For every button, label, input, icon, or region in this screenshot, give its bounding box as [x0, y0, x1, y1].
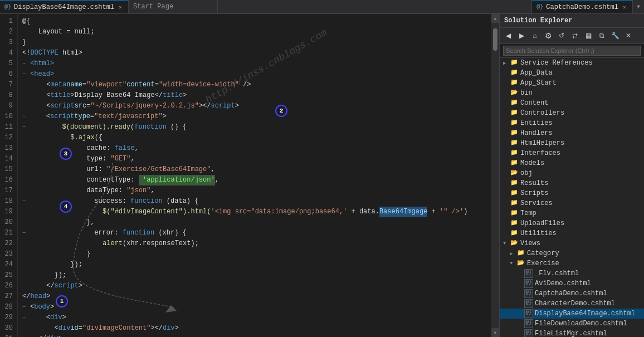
se-item-filelistmgr[interactable]: @} FileListMgr.cshtml: [500, 329, 644, 337]
folder-icon: 📁: [510, 129, 519, 138]
code-line-23: },: [22, 217, 487, 228]
tab-start[interactable]: Start Page: [129, 0, 218, 13]
code-editor: 12345 678910 1112131415 1617181920 21222…: [0, 14, 499, 337]
se-item-displaybase64[interactable]: @} DisplayBase64Image.cshtml: [500, 309, 644, 319]
scroll-up-btn[interactable]: ▲: [491, 14, 499, 23]
se-copy-btn[interactable]: ⧉: [596, 30, 608, 42]
tab-captcha[interactable]: @} CaptchaDemo.cshtml ✕: [531, 0, 633, 13]
se-label: bin: [520, 89, 533, 97]
se-search-input[interactable]: [503, 46, 641, 56]
code-line-10: <title>Display Base64 Image</title>: [22, 90, 487, 101]
se-label: FileDownloadDemo.cshtml: [535, 320, 627, 328]
se-refresh-btn[interactable]: ↺: [555, 30, 568, 42]
tab-close-display[interactable]: ✕: [117, 3, 124, 11]
se-item-filedownload[interactable]: @} FileDownloadDemo.cshtml: [500, 319, 644, 329]
code-line-3: }: [22, 37, 487, 48]
folder-icon: 📂: [510, 89, 519, 97]
folder-icon: 📁: [510, 229, 519, 238]
line-numbers: 12345 678910 1112131415 1617181920 21222…: [0, 14, 18, 337]
se-sync-btn[interactable]: ⇄: [569, 30, 581, 42]
tab-start-label: Start Page: [133, 3, 173, 11]
se-item-htmlhelpers[interactable]: 📁 HtmlHelpers: [500, 138, 644, 148]
se-item-utilities[interactable]: 📁 Utilities: [500, 228, 644, 238]
folder-icon: 📁: [510, 209, 519, 218]
se-label: App_Data: [520, 69, 553, 77]
se-back-btn[interactable]: ◀: [502, 30, 514, 42]
se-item-interfaces[interactable]: 📁 Interfaces: [500, 148, 644, 158]
cshtml-icon: @}: [524, 269, 533, 278]
se-item-characterdemo[interactable]: @} CharacterDemo.cshtml: [500, 299, 644, 309]
tab-display[interactable]: @} DisplayBase64Image.cshtml ✕: [0, 0, 129, 13]
se-item-results[interactable]: 📁 Results: [500, 178, 644, 188]
main-area: 12345 678910 1112131415 1617181920 21222…: [0, 14, 644, 337]
se-item-appdata[interactable]: 📁 App_Data: [500, 68, 644, 78]
tab-label: DisplayBase64Image.cshtml: [14, 3, 114, 11]
se-home-btn[interactable]: ⌂: [529, 30, 541, 42]
se-close-btn[interactable]: ✕: [622, 30, 635, 42]
code-line-16: cache: false,: [22, 143, 487, 154]
tab-bar: @} DisplayBase64Image.cshtml ✕ Start Pag…: [0, 0, 644, 14]
se-item-bin[interactable]: 📂 bin: [500, 88, 644, 98]
se-label: HtmlHelpers: [520, 139, 564, 147]
code-line-26: }: [22, 249, 487, 260]
se-forward-btn[interactable]: ▶: [515, 30, 528, 42]
code-line-27: });: [22, 260, 487, 270]
tab-close-captcha[interactable]: ✕: [621, 3, 628, 11]
se-item-service-refs[interactable]: ▶ 📁 Service References: [500, 58, 644, 68]
se-item-captchademo[interactable]: @} CaptchaDemo.cshtml: [500, 289, 644, 299]
se-item-appstart[interactable]: 📁 App_Start: [500, 78, 644, 88]
se-item-models[interactable]: 📁 Models: [500, 158, 644, 168]
se-label: Controllers: [520, 109, 564, 117]
editor-scrollbar[interactable]: ▲ ▼: [491, 14, 499, 337]
folder-icon: 📁: [510, 109, 519, 118]
se-item-temp[interactable]: 📁 Temp: [500, 208, 644, 218]
folder-icon: 📁: [510, 179, 519, 188]
cshtml-icon: @}: [524, 299, 533, 308]
se-item-obj[interactable]: 📂 obj: [500, 168, 644, 178]
se-item-handlers[interactable]: 📁 Handlers: [500, 128, 644, 138]
se-filter-btn[interactable]: ▦: [582, 30, 594, 42]
se-label: Scripts: [520, 189, 548, 197]
se-label: CaptchaDemo.cshtml: [535, 290, 607, 297]
code-content[interactable]: http://inss.cnblogs.com 1 2 3 4 @{ Layou…: [18, 14, 491, 337]
se-item-scripts[interactable]: 📁 Scripts: [500, 188, 644, 198]
se-label: Interfaces: [520, 149, 560, 157]
tab-scroll-right[interactable]: ▼: [633, 0, 644, 13]
scroll-thumb[interactable]: [493, 28, 497, 51]
se-label: Category: [527, 250, 559, 257]
se-item-controllers[interactable]: 📁 Controllers: [500, 108, 644, 118]
code-line-7: −<html>: [22, 58, 487, 69]
code-line-5: <!DOCTYPE html>: [22, 48, 487, 58]
folder-icon: 📁: [510, 58, 519, 67]
se-item-content[interactable]: 📁 Content: [500, 98, 644, 108]
folder-icon: 📁: [516, 249, 525, 258]
code-line-2: Layout = null;: [22, 27, 487, 37]
se-item-flv[interactable]: @} _Flv.cshtml: [500, 268, 644, 279]
se-label: FileListMgr.cshtml: [535, 330, 607, 337]
annotation-3: 3: [60, 148, 72, 160]
code-line-8: −<head>: [22, 69, 487, 80]
scroll-down-btn[interactable]: ▼: [491, 328, 499, 337]
se-settings-btn[interactable]: ⚙: [542, 30, 554, 42]
se-label: UploadFiles: [520, 219, 564, 227]
code-line-31: −<body>: [22, 302, 487, 312]
se-item-uploadfiles[interactable]: 📁 UploadFiles: [500, 218, 644, 228]
code-line-15: $.ajax({: [22, 133, 487, 143]
se-label: obj: [520, 169, 533, 177]
se-title: Solution Explorer: [500, 14, 644, 28]
se-item-exercise[interactable]: ▼ 📂 Exercise: [500, 258, 644, 268]
se-item-avidemo[interactable]: @} AviDemo.cshtml: [500, 279, 644, 289]
se-label: Views: [520, 240, 540, 247]
tab-captcha-icon: @}: [536, 4, 543, 10]
folder-icon: 📁: [510, 119, 519, 128]
se-label: Models: [520, 159, 544, 167]
se-properties-btn[interactable]: 🔧: [609, 30, 621, 42]
se-item-entities[interactable]: 📁 Entities: [500, 118, 644, 128]
se-item-category[interactable]: ▶ 📁 Category: [500, 248, 644, 258]
folder-icon: 📁: [510, 99, 519, 108]
se-item-services[interactable]: 📁 Services: [500, 198, 644, 208]
se-item-views[interactable]: ▼ 📂 Views: [500, 238, 644, 248]
tab-captcha-label: CaptchaDemo.cshtml: [546, 3, 618, 11]
se-search-bar: [500, 44, 644, 58]
se-label: AviDemo.cshtml: [535, 280, 591, 287]
